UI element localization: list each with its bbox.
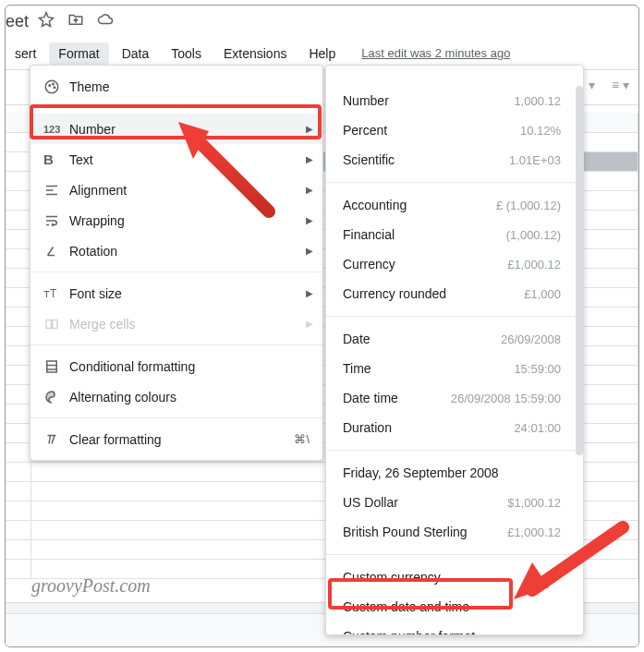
- submenu-item-custom-date-and-time[interactable]: Custom date and time: [326, 592, 576, 622]
- submenu-item-label: Custom number format: [343, 629, 561, 634]
- menu-item-theme[interactable]: Theme: [30, 71, 322, 102]
- submenu-item-us-dollar[interactable]: US Dollar$1,000.12: [326, 488, 576, 517]
- chevron-right-icon: ▶: [306, 124, 313, 134]
- submenu-item-label: Date time: [343, 391, 451, 405]
- submenu-item-percent[interactable]: Percent10.12%: [326, 115, 576, 145]
- menu-item-clear[interactable]: Clear formatting ⌘\: [30, 424, 322, 454]
- bold-icon: B: [43, 151, 69, 167]
- shortcut-label: ⌘\: [294, 432, 310, 446]
- format-dropdown-menu: Theme 123 Number ▶ B Text ▶ Alignment ▶ …: [30, 65, 323, 461]
- submenu-item-friday-26-september-2008[interactable]: Friday, 26 September 2008: [326, 458, 576, 488]
- move-folder-icon[interactable]: [67, 11, 84, 31]
- submenu-item-example: 1.01E+03: [509, 153, 561, 167]
- menu-item-rotation[interactable]: Rotation ▶: [30, 235, 322, 266]
- submenu-item-label: Percent: [343, 123, 520, 138]
- menu-item-number[interactable]: 123 Number ▶: [30, 114, 322, 144]
- submenu-item-currency-rounded[interactable]: Currency rounded£1,000: [326, 279, 576, 308]
- submenu-item-example: 10.12%: [520, 124, 561, 138]
- menu-item-label: Conditional formatting: [69, 359, 313, 374]
- submenu-item-label: British Pound Sterling: [343, 525, 507, 539]
- submenu-item-label: US Dollar: [343, 495, 507, 510]
- alt-colours-icon: [43, 389, 69, 405]
- submenu-item-label: Accounting: [343, 198, 496, 212]
- submenu-item-custom-number-format[interactable]: Custom number format: [326, 622, 576, 634]
- palette-icon: [43, 78, 69, 95]
- last-edit-link[interactable]: Last edit was 2 minutes ago: [361, 46, 510, 60]
- chevron-right-icon: ▶: [306, 185, 313, 195]
- submenu-item-time[interactable]: Time15:59:00: [326, 354, 576, 383]
- menu-insert[interactable]: sert: [6, 42, 45, 65]
- menu-extensions[interactable]: Extensions: [214, 42, 296, 65]
- chevron-right-icon: ▶: [306, 246, 313, 256]
- chevron-right-icon: ▶: [306, 288, 313, 298]
- menu-item-label: Wrapping: [69, 213, 306, 228]
- submenu-item-label: Time: [343, 361, 514, 376]
- submenu-item-example: £1,000.12: [507, 258, 561, 272]
- submenu-item-custom-currency[interactable]: Custom currency: [326, 562, 576, 592]
- submenu-item-example: £ (1,000.12): [496, 199, 561, 212]
- submenu-item-example: £1,000: [524, 287, 561, 301]
- menu-item-label: Alignment: [69, 183, 306, 198]
- submenu-item-label: Currency: [343, 257, 507, 272]
- submenu-item-example: (1,000.12): [506, 228, 561, 242]
- menu-item-label: Font size: [69, 286, 306, 301]
- menu-help[interactable]: Help: [299, 42, 345, 65]
- submenu-item-label: Date: [343, 332, 501, 346]
- menu-item-text[interactable]: B Text ▶: [30, 144, 322, 175]
- menu-item-label: Number: [69, 122, 306, 137]
- submenu-item-currency[interactable]: Currency£1,000.12: [326, 249, 576, 279]
- submenu-item-label: Financial: [343, 227, 506, 242]
- submenu-item-example: 1,000.12: [514, 94, 561, 108]
- submenu-item-duration[interactable]: Duration24:01:00: [326, 413, 576, 442]
- submenu-item-example: 26/09/2008: [501, 332, 561, 346]
- menu-item-label: Alternating colours: [69, 390, 313, 404]
- cloud-status-icon[interactable]: [97, 11, 114, 31]
- svg-rect-4: [46, 320, 51, 328]
- chevron-right-icon: ▶: [306, 154, 313, 164]
- doc-title[interactable]: eet: [6, 12, 29, 31]
- menu-item-label: Text: [69, 152, 306, 167]
- menu-item-label: Merge cells: [69, 317, 306, 332]
- wrap-icon: [43, 212, 69, 229]
- svg-point-0: [45, 80, 58, 93]
- number-icon: 123: [43, 124, 69, 135]
- menu-tools[interactable]: Tools: [162, 42, 211, 65]
- submenu-item-example: 24:01:00: [514, 421, 561, 435]
- submenu-item-number[interactable]: Number1,000.12: [326, 86, 576, 115]
- menu-item-label: Rotation: [69, 244, 306, 259]
- submenu-item-british-pound-sterling[interactable]: British Pound Sterling£1,000.12: [326, 517, 576, 547]
- submenu-item-label: Custom date and time: [343, 599, 561, 614]
- submenu-item-example: £1,000.12: [507, 525, 561, 539]
- menu-item-fontsize[interactable]: ᴛT Font size ▶: [30, 278, 322, 308]
- submenu-item-label: Currency rounded: [343, 286, 524, 301]
- submenu-item-financial[interactable]: Financial(1,000.12): [326, 220, 576, 249]
- menu-item-altcolours[interactable]: Alternating colours: [30, 381, 322, 412]
- menu-item-conditional[interactable]: Conditional formatting: [30, 351, 322, 381]
- submenu-item-label: Friday, 26 September 2008: [343, 465, 561, 480]
- menu-format[interactable]: Format: [49, 42, 108, 65]
- menu-data[interactable]: Data: [113, 42, 159, 65]
- submenu-item-label: Custom currency: [343, 570, 561, 585]
- submenu-item-date[interactable]: Date26/09/2008: [326, 324, 576, 354]
- menu-item-alignment[interactable]: Alignment ▶: [30, 175, 322, 205]
- submenu-item-scientific[interactable]: Scientific1.01E+03: [326, 145, 576, 175]
- submenu-item-example: 26/09/2008 15:59:00: [451, 392, 561, 405]
- merge-icon: [43, 316, 69, 332]
- chevron-right-icon: ▶: [306, 319, 313, 329]
- submenu-item-example: $1,000.12: [507, 496, 561, 510]
- filter-icon: ≡ ▾: [612, 78, 629, 92]
- menu-item-wrapping[interactable]: Wrapping ▶: [30, 205, 322, 235]
- star-icon[interactable]: [38, 11, 55, 31]
- conditional-format-icon: [43, 358, 69, 375]
- svg-point-1: [49, 84, 51, 86]
- align-icon: [43, 182, 69, 199]
- menu-item-mergecells: Merge cells ▶: [30, 308, 322, 339]
- submenu-item-date-time[interactable]: Date time26/09/2008 15:59:00: [326, 383, 576, 413]
- submenu-scrollbar[interactable]: [576, 86, 583, 455]
- rotation-icon: [43, 243, 69, 260]
- svg-point-3: [54, 87, 55, 89]
- submenu-item-accounting[interactable]: Accounting£ (1,000.12): [326, 190, 576, 220]
- menu-item-label: Theme: [69, 79, 313, 94]
- submenu-item-label: Duration: [343, 420, 514, 435]
- watermark-text: groovyPost.com: [31, 575, 151, 597]
